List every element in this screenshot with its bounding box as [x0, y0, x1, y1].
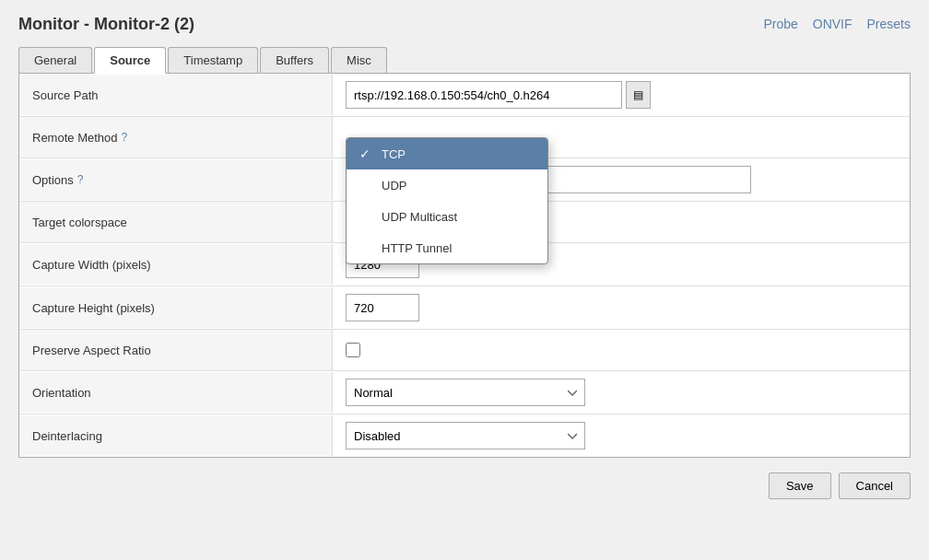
deinterlacing-select[interactable]: Disabled Enabled	[346, 422, 585, 449]
dropdown-item-http-tunnel[interactable]: HTTP Tunnel	[347, 232, 547, 263]
tab-misc[interactable]: Misc	[331, 47, 387, 73]
no-check-icon3	[359, 240, 374, 255]
orientation-control: Normal Rotate 90 Rotate 180 Rotate 270 F…	[333, 371, 910, 414]
dropdown-item-http-tunnel-label: HTTP Tunnel	[382, 241, 452, 255]
remote-method-row: Remote Method ? ✓ TCP UDP	[19, 117, 910, 158]
tab-timestamp[interactable]: Timestamp	[168, 47, 258, 73]
onvif-link[interactable]: ONVIF	[813, 17, 853, 31]
source-path-input[interactable]	[346, 81, 622, 109]
probe-link[interactable]: Probe	[763, 17, 797, 31]
dropdown-item-udp-multicast-label: UDP Multicast	[382, 210, 457, 224]
preserve-aspect-label: Preserve Aspect Ratio	[19, 330, 333, 370]
cancel-button[interactable]: Cancel	[839, 472, 911, 499]
capture-height-row: Capture Height (pixels)	[19, 286, 910, 330]
capture-height-label: Capture Height (pixels)	[19, 287, 333, 328]
deinterlacing-row: Deinterlacing Disabled Enabled	[19, 414, 910, 457]
no-check-icon2	[359, 209, 374, 224]
capture-width-label: Capture Width (pixels)	[19, 244, 333, 285]
target-colorspace-label: Target colorspace	[19, 202, 333, 242]
source-path-wrapper: ▤	[346, 81, 651, 109]
preserve-aspect-row: Preserve Aspect Ratio	[19, 330, 910, 371]
source-path-control: ▤	[333, 74, 910, 116]
source-path-row: Source Path ▤	[19, 74, 910, 117]
options-help[interactable]: ?	[77, 173, 84, 186]
deinterlacing-label: Deinterlacing	[19, 415, 333, 456]
capture-height-input[interactable]	[346, 294, 419, 321]
orientation-row: Orientation Normal Rotate 90 Rotate 180 …	[19, 371, 910, 414]
options-label: Options ?	[19, 159, 333, 200]
options-label-text: Options	[32, 173, 74, 187]
footer-buttons: Save Cancel	[18, 472, 911, 499]
source-path-icon-button[interactable]: ▤	[626, 81, 651, 109]
dropdown-item-udp[interactable]: UDP	[347, 169, 547, 201]
tab-buffers[interactable]: Buffers	[260, 47, 329, 73]
dropdown-item-tcp-label: TCP	[382, 147, 406, 161]
deinterlacing-control: Disabled Enabled	[333, 414, 910, 457]
preserve-aspect-checkbox[interactable]	[346, 343, 360, 357]
dropdown-item-udp-multicast[interactable]: UDP Multicast	[347, 201, 547, 232]
remote-method-label: Remote Method ?	[19, 117, 333, 158]
remote-method-dropdown: ✓ TCP UDP UDP Multicast	[346, 137, 548, 264]
orientation-select[interactable]: Normal Rotate 90 Rotate 180 Rotate 270 F…	[346, 379, 585, 406]
remote-method-help[interactable]: ?	[122, 131, 128, 144]
preserve-aspect-control	[333, 335, 910, 365]
remote-method-label-text: Remote Method	[32, 131, 118, 145]
dropdown-item-tcp[interactable]: ✓ TCP	[347, 138, 547, 169]
tab-source[interactable]: Source	[94, 47, 166, 74]
source-path-label: Source Path	[19, 75, 333, 115]
capture-height-control	[333, 286, 910, 329]
presets-link[interactable]: Presets	[867, 17, 911, 31]
tab-general[interactable]: General	[18, 47, 92, 73]
orientation-label: Orientation	[19, 372, 333, 413]
save-button[interactable]: Save	[769, 472, 831, 499]
folder-icon: ▤	[633, 88, 643, 101]
remote-method-control: ✓ TCP UDP UDP Multicast	[333, 130, 910, 145]
dropdown-item-udp-label: UDP	[382, 179, 406, 192]
no-check-icon	[359, 178, 374, 192]
nav-links: Probe ONVIF Presets	[763, 17, 911, 31]
check-icon: ✓	[359, 146, 374, 161]
form-area: Source Path ▤ Remote Method ?	[18, 74, 911, 458]
tabs: General Source Timestamp Buffers Misc	[18, 47, 911, 74]
